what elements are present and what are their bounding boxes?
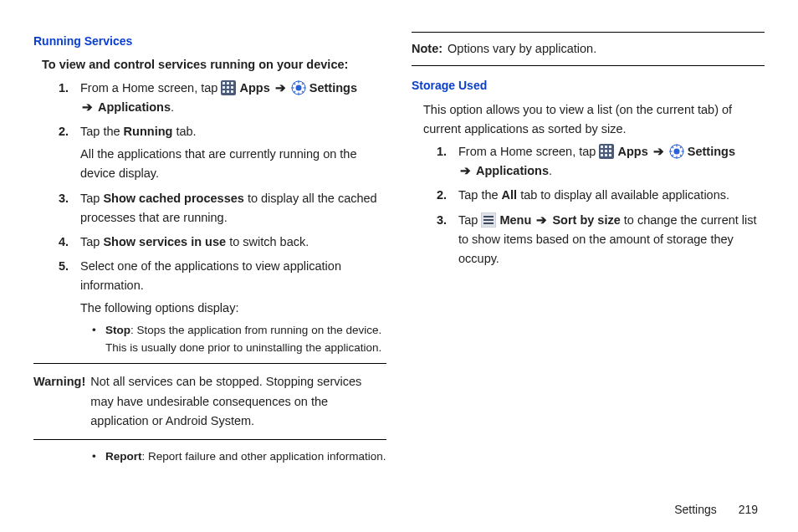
applications-label: Applications — [476, 164, 549, 177]
apps-grid-icon — [221, 80, 236, 95]
step-number: 3. — [59, 189, 69, 208]
svg-rect-27 — [601, 154, 603, 156]
apps-grid-icon — [599, 144, 614, 159]
step-text: to switch back. — [226, 235, 309, 248]
right-column: Note: Options vary by application. Stora… — [412, 32, 765, 471]
svg-rect-2 — [227, 82, 229, 84]
svg-line-37 — [680, 155, 682, 156]
svg-rect-43 — [483, 223, 494, 224]
step-3: 3. Tap Menu ➔ Sort by size to change the… — [458, 211, 765, 269]
storage-used-heading: Storage Used — [412, 76, 765, 95]
storage-used-intro: This option allows you to view a list (o… — [423, 100, 765, 139]
applications-label: Applications — [98, 100, 171, 114]
note-block: Note: Options vary by application. — [412, 39, 765, 59]
svg-rect-9 — [231, 90, 233, 93]
svg-rect-7 — [223, 90, 225, 93]
left-column: Running Services To view and control ser… — [33, 32, 386, 471]
option-report: Report: Report failure and other applica… — [92, 448, 386, 466]
period: . — [171, 100, 174, 114]
arrow-icon: ➔ — [536, 211, 547, 230]
step-extra: The following options display: — [80, 299, 386, 318]
step-2: 2. Tap the Running tab. All the applicat… — [80, 122, 386, 184]
svg-line-18 — [294, 91, 295, 93]
option-stop: Stop: Stops the application from running… — [92, 322, 386, 357]
step-number: 4. — [59, 233, 69, 252]
step-text: Tap the — [458, 188, 502, 202]
svg-rect-42 — [483, 219, 494, 221]
menu-label: Menu — [499, 213, 531, 227]
settings-gear-icon — [669, 144, 684, 159]
settings-label: Settings — [309, 81, 357, 95]
page-footer: Settings 219 — [674, 500, 758, 519]
svg-line-16 — [294, 83, 295, 84]
svg-rect-41 — [483, 216, 494, 217]
svg-rect-23 — [609, 146, 611, 148]
sort-by-size-label: Sort by size — [552, 213, 620, 227]
all-tab-label: All — [502, 188, 518, 202]
report-text: : Report failure and other application i… — [142, 450, 386, 463]
step-1: 1. From a Home screen, tap Apps ➔ Settin… — [80, 79, 386, 117]
show-cached-label: Show cached processes — [103, 192, 243, 205]
arrow-icon: ➔ — [82, 98, 93, 117]
step-3: 3. Tap Show cached processes to display … — [80, 189, 386, 228]
step-5: 5. Select one of the applications to vie… — [80, 257, 386, 356]
svg-rect-24 — [601, 150, 603, 152]
arrow-icon: ➔ — [460, 161, 471, 181]
divider — [412, 65, 765, 66]
running-tab-label: Running — [124, 125, 173, 138]
step-text: From a Home screen, tap — [458, 145, 599, 158]
show-services-label: Show services in use — [103, 235, 226, 248]
period: . — [549, 164, 552, 177]
svg-line-17 — [302, 91, 304, 93]
step-text: Select one of the applications to view a… — [80, 259, 341, 292]
svg-rect-26 — [609, 150, 611, 152]
step-number: 3. — [437, 211, 447, 230]
settings-label: Settings — [688, 145, 735, 158]
running-services-heading: Running Services — [33, 32, 386, 50]
svg-rect-4 — [223, 86, 225, 89]
menu-bars-icon — [481, 212, 496, 228]
report-label: Report — [105, 450, 142, 463]
svg-rect-21 — [601, 146, 603, 148]
warning-text: Not all services can be stopped. Stoppin… — [90, 372, 386, 431]
step-number: 1. — [59, 79, 69, 98]
warning-label: Warning! — [33, 372, 90, 431]
running-services-steps: 1. From a Home screen, tap Apps ➔ Settin… — [80, 79, 386, 357]
svg-rect-28 — [605, 154, 607, 156]
svg-line-39 — [680, 146, 682, 148]
divider — [33, 439, 386, 440]
svg-rect-8 — [227, 90, 229, 93]
arrow-icon: ➔ — [275, 79, 286, 98]
apps-label: Apps — [617, 145, 647, 158]
divider — [33, 363, 386, 364]
warning-block: Warning! Not all services can be stopped… — [33, 371, 386, 432]
step-text: Tap — [458, 213, 481, 227]
settings-gear-icon — [291, 80, 306, 95]
svg-line-38 — [672, 155, 673, 156]
stop-text: : Stops the application from running on … — [105, 324, 381, 354]
step-text: From a Home screen, tap — [80, 81, 221, 95]
svg-rect-6 — [231, 86, 233, 89]
step-1: 1. From a Home screen, tap Apps ➔ Settin… — [458, 142, 765, 181]
note-label: Note: — [412, 39, 448, 59]
footer-page-number: 219 — [739, 503, 758, 516]
step-text: Tap the — [80, 125, 124, 138]
step-text: tab. — [172, 125, 196, 138]
svg-rect-22 — [605, 146, 607, 148]
svg-point-11 — [295, 84, 301, 90]
step-text: tab to display all available application… — [517, 188, 729, 202]
stop-label: Stop — [105, 324, 130, 336]
svg-rect-1 — [223, 82, 225, 84]
step-extra: All the applications that are currently … — [80, 145, 386, 183]
note-text: Options vary by application. — [448, 39, 596, 59]
footer-section: Settings — [674, 503, 717, 516]
svg-rect-5 — [227, 86, 229, 89]
step-number: 2. — [437, 186, 447, 205]
running-services-intro: To view and control services running on … — [42, 55, 386, 74]
step-2: 2. Tap the All tab to display all availa… — [458, 186, 765, 205]
step-number: 1. — [437, 142, 447, 161]
step-4: 4. Tap Show services in use to switch ba… — [80, 233, 386, 252]
svg-rect-25 — [605, 150, 607, 152]
divider — [412, 32, 765, 33]
svg-rect-29 — [609, 154, 611, 156]
